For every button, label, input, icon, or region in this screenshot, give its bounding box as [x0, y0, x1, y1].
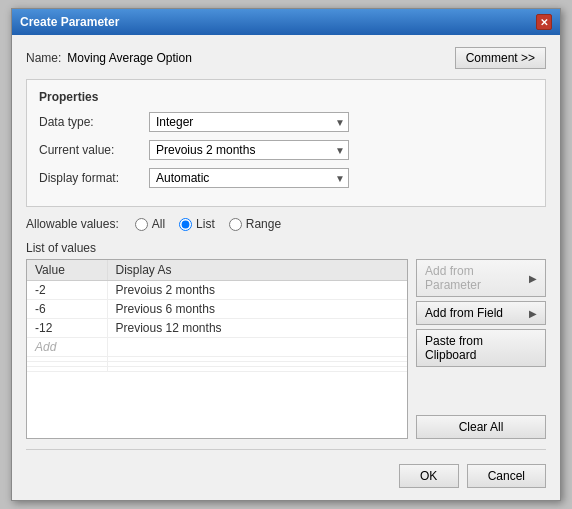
allowable-values-row: Allowable values: All List Range [26, 217, 546, 231]
data-type-select[interactable]: Integer String Float Boolean Date [149, 112, 349, 132]
add-from-field-label: Add from Field [425, 306, 503, 320]
radio-list[interactable]: List [179, 217, 215, 231]
list-table-container[interactable]: Value Display As -2 Prevoius 2 months -6 [26, 259, 408, 439]
current-value-select[interactable]: Prevoius 2 months Previous 6 months Prev… [149, 140, 349, 160]
cell-value-1: -2 [27, 281, 107, 300]
current-value-row: Current value: Prevoius 2 months Previou… [39, 140, 533, 160]
list-area: Value Display As -2 Prevoius 2 months -6 [26, 259, 546, 439]
button-spacer [416, 371, 546, 411]
radio-all-label[interactable]: All [152, 217, 165, 231]
table-row[interactable]: -12 Previous 12 months [27, 319, 407, 338]
dialog-body: Name: Moving Average Option Comment >> P… [12, 35, 560, 500]
properties-section: Properties Data type: Integer String Flo… [26, 79, 546, 207]
radio-all-input[interactable] [135, 218, 148, 231]
table-row[interactable]: -2 Prevoius 2 months [27, 281, 407, 300]
col-value: Value [27, 260, 107, 281]
name-label: Name: [26, 51, 61, 65]
cell-add-empty [107, 338, 407, 357]
data-type-row: Data type: Integer String Float Boolean … [39, 112, 533, 132]
cell-add-placeholder: Add [27, 338, 107, 357]
close-button[interactable]: ✕ [536, 14, 552, 30]
cancel-button[interactable]: Cancel [467, 464, 546, 488]
clear-all-button[interactable]: Clear All [416, 415, 546, 439]
cell-display-2: Previous 6 months [107, 300, 407, 319]
list-of-values-section: List of values Value Display As [26, 241, 546, 439]
name-left: Name: Moving Average Option [26, 51, 192, 65]
cell-value-2: -6 [27, 300, 107, 319]
close-icon: ✕ [540, 17, 548, 28]
allowable-values-radio-group: All List Range [135, 217, 281, 231]
bottom-buttons: OK Cancel [26, 458, 546, 488]
paste-from-clipboard-label: Paste from Clipboard [425, 334, 537, 362]
radio-range-label[interactable]: Range [246, 217, 281, 231]
name-row: Name: Moving Average Option Comment >> [26, 47, 546, 69]
comment-button[interactable]: Comment >> [455, 47, 546, 69]
properties-label: Properties [39, 90, 533, 104]
create-parameter-dialog: Create Parameter ✕ Name: Moving Average … [11, 8, 561, 501]
title-bar: Create Parameter ✕ [12, 9, 560, 35]
list-buttons: Add from Parameter ▶ Add from Field ▶ Pa… [416, 259, 546, 439]
display-format-select-wrapper: Automatic Custom ▼ [149, 168, 349, 188]
radio-range[interactable]: Range [229, 217, 281, 231]
data-type-select-wrapper: Integer String Float Boolean Date ▼ [149, 112, 349, 132]
radio-all[interactable]: All [135, 217, 165, 231]
data-type-label: Data type: [39, 115, 149, 129]
col-display-as: Display As [107, 260, 407, 281]
display-format-label: Display format: [39, 171, 149, 185]
allowable-values-label: Allowable values: [26, 217, 119, 231]
radio-range-input[interactable] [229, 218, 242, 231]
paste-from-clipboard-button[interactable]: Paste from Clipboard [416, 329, 546, 367]
add-from-parameter-button[interactable]: Add from Parameter ▶ [416, 259, 546, 297]
cell-value-3: -12 [27, 319, 107, 338]
add-from-field-button[interactable]: Add from Field ▶ [416, 301, 546, 325]
list-table: Value Display As -2 Prevoius 2 months -6 [27, 260, 407, 372]
divider [26, 449, 546, 450]
dialog-title: Create Parameter [20, 15, 119, 29]
table-header-row: Value Display As [27, 260, 407, 281]
radio-list-label[interactable]: List [196, 217, 215, 231]
cell-display-3: Previous 12 months [107, 319, 407, 338]
table-empty-row [27, 367, 407, 372]
add-from-field-arrow-icon: ▶ [529, 308, 537, 319]
display-format-select[interactable]: Automatic Custom [149, 168, 349, 188]
current-value-label: Current value: [39, 143, 149, 157]
table-row[interactable]: -6 Previous 6 months [27, 300, 407, 319]
radio-list-input[interactable] [179, 218, 192, 231]
add-from-parameter-label: Add from Parameter [425, 264, 529, 292]
list-section-label: List of values [26, 241, 546, 255]
add-from-parameter-arrow-icon: ▶ [529, 273, 537, 284]
name-value: Moving Average Option [67, 51, 192, 65]
cell-display-1: Prevoius 2 months [107, 281, 407, 300]
current-value-select-wrapper: Prevoius 2 months Previous 6 months Prev… [149, 140, 349, 160]
ok-button[interactable]: OK [399, 464, 459, 488]
table-add-row[interactable]: Add [27, 338, 407, 357]
display-format-row: Display format: Automatic Custom ▼ [39, 168, 533, 188]
